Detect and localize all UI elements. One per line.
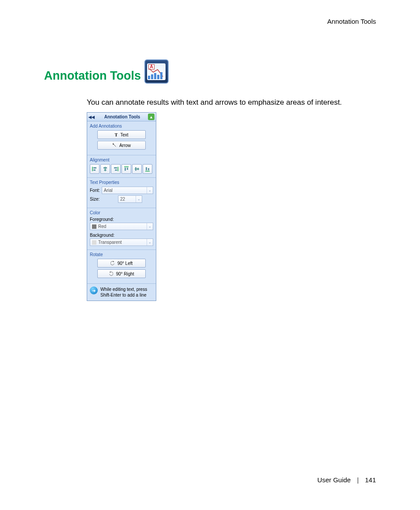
info-icon: ➜ xyxy=(90,286,98,294)
page-title: Annotation Tools xyxy=(44,69,141,83)
svg-rect-14 xyxy=(114,167,117,169)
chevron-down-icon: ⌄ xyxy=(147,187,153,194)
section-rotate: Rotate 90° Left 90° Right xyxy=(87,250,156,284)
section-title: Rotate xyxy=(90,252,153,257)
size-label: Size: xyxy=(90,197,116,202)
section-text-properties: Text Properties Font: Arial ⌄ Size: 22 ⌄ xyxy=(87,178,156,208)
svg-rect-11 xyxy=(103,167,107,169)
svg-marker-26 xyxy=(110,272,111,273)
svg-rect-23 xyxy=(146,167,147,170)
arrow-icon xyxy=(112,143,117,147)
footer-separator: | xyxy=(357,476,359,484)
section-title: Add Annotations xyxy=(90,124,153,128)
tip-row: ➜ While editing text, press Shift-Enter … xyxy=(87,284,156,301)
foreground-label: Foreground: xyxy=(90,217,153,222)
svg-rect-2 xyxy=(154,73,156,79)
align-bottom-button[interactable] xyxy=(143,164,152,174)
svg-rect-12 xyxy=(104,169,107,171)
svg-rect-17 xyxy=(125,168,126,171)
chevron-down-icon: ⌄ xyxy=(136,196,142,202)
panel-header: ◀◀ Annotation Tools ▲ xyxy=(87,113,156,121)
footer-doc: User Guide xyxy=(317,476,351,484)
foreground-select[interactable]: Red ⌄ xyxy=(90,223,153,230)
page-footer: User Guide | 141 xyxy=(317,476,376,484)
background-select[interactable]: Transparent ⌄ xyxy=(90,238,153,246)
align-right-button[interactable] xyxy=(111,164,121,174)
svg-rect-0 xyxy=(148,76,150,79)
svg-rect-21 xyxy=(137,168,139,170)
panel-title: Annotation Tools xyxy=(96,114,148,119)
background-label: Background: xyxy=(90,233,153,238)
color-swatch-icon xyxy=(92,240,96,245)
color-swatch-icon xyxy=(92,224,96,229)
footer-page: 141 xyxy=(365,476,376,484)
align-top-button[interactable] xyxy=(122,164,131,174)
align-left-button[interactable] xyxy=(90,164,99,174)
chevron-down-icon: ⌄ xyxy=(147,223,153,230)
chevron-down-icon: ⌄ xyxy=(147,239,153,246)
svg-rect-8 xyxy=(93,167,96,169)
svg-rect-9 xyxy=(93,169,96,171)
svg-marker-25 xyxy=(113,261,114,262)
tip-text: While editing text, press Shift-Enter to… xyxy=(100,286,153,298)
font-select[interactable]: Arial ⌄ xyxy=(102,187,153,194)
svg-rect-20 xyxy=(135,167,136,171)
add-arrow-button[interactable]: Arrow xyxy=(97,141,146,150)
svg-rect-3 xyxy=(157,75,159,79)
rotate-right-button[interactable]: 90° Right xyxy=(97,269,146,278)
text-icon: T xyxy=(114,132,118,137)
rotate-right-icon xyxy=(109,272,113,276)
annotation-tools-icon: A xyxy=(144,59,169,84)
collapse-icon[interactable]: ◀◀ xyxy=(88,115,95,119)
section-alignment: Alignment xyxy=(87,155,156,178)
size-select[interactable]: 22 ⌄ xyxy=(118,195,142,203)
svg-rect-4 xyxy=(160,72,162,79)
page-header-section: Annotation Tools xyxy=(327,18,376,25)
svg-rect-18 xyxy=(127,168,128,170)
intro-text: You can annotate results with text and a… xyxy=(87,98,376,107)
align-center-h-button[interactable] xyxy=(100,164,110,174)
section-title: Alignment xyxy=(90,158,153,162)
section-color: Color Foreground: Red ⌄ Background: Tran… xyxy=(87,208,156,250)
section-title: Text Properties xyxy=(90,180,153,185)
annotation-tools-panel: ◀◀ Annotation Tools ▲ Add Annotations T … xyxy=(87,112,156,301)
svg-rect-15 xyxy=(115,169,117,171)
align-center-v-button[interactable] xyxy=(132,164,142,174)
rotate-left-icon xyxy=(111,261,115,265)
rotate-left-button[interactable]: 90° Left xyxy=(97,259,146,268)
section-title: Color xyxy=(90,210,153,215)
font-label: Font: xyxy=(90,188,100,193)
svg-rect-1 xyxy=(151,74,153,79)
up-icon[interactable]: ▲ xyxy=(148,114,155,120)
add-text-button[interactable]: T Text xyxy=(97,130,146,139)
svg-rect-24 xyxy=(148,168,149,170)
section-add-annotations: Add Annotations T Text Arrow xyxy=(87,121,156,155)
